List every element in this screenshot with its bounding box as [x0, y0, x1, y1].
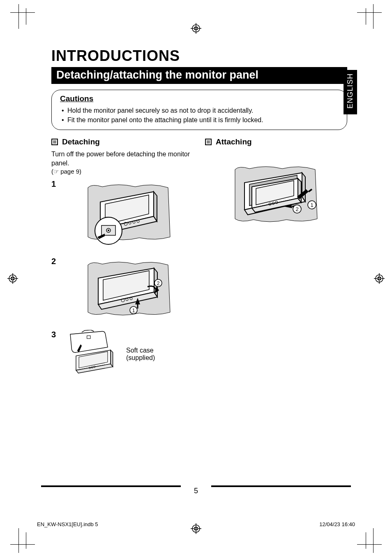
registration-mark-icon — [374, 273, 385, 284]
crop-mark-icon — [357, 4, 382, 29]
detaching-heading: Detaching — [62, 137, 100, 146]
svg-rect-51 — [87, 336, 90, 339]
detaching-intro: Turn off the power before detaching the … — [51, 150, 194, 167]
svg-text:2: 2 — [295, 206, 298, 212]
registration-mark-icon — [191, 23, 201, 34]
caution-item: Hold the monitor panel securely so as no… — [62, 106, 339, 115]
footer-rule — [211, 485, 351, 487]
page-number: 5 — [194, 487, 198, 495]
svg-marker-26 — [154, 192, 157, 221]
svg-text:1: 1 — [310, 202, 313, 208]
svg-marker-62 — [302, 173, 305, 202]
detaching-figure-3: Soft case (supplied) — [65, 330, 171, 379]
footer-file: EN_KW-NSX1[EU].indb 5 — [37, 521, 98, 527]
svg-point-35 — [108, 230, 109, 231]
crop-mark-icon — [357, 528, 382, 553]
step-number: 1 — [51, 179, 59, 249]
footer-timestamp: 12/04/23 16:40 — [319, 521, 355, 527]
page-reference: (☞ page 9) — [51, 168, 194, 175]
crop-mark-icon — [10, 528, 35, 553]
svg-marker-54 — [111, 350, 113, 367]
footer-rule — [41, 485, 181, 487]
attaching-heading: Attaching — [216, 137, 252, 146]
svg-text:1: 1 — [132, 308, 135, 313]
soft-case-label: Soft case (supplied) — [126, 347, 171, 362]
detaching-figure-1 — [86, 179, 172, 249]
detaching-column: Detaching Turn off the power before deta… — [51, 137, 194, 378]
crop-mark-icon — [10, 4, 35, 29]
detaching-figure-2: 1 2 — [86, 257, 172, 323]
square-bullet-icon — [205, 139, 212, 145]
attaching-figure: 1 2 — [233, 161, 319, 231]
attaching-column: Attaching — [205, 137, 347, 378]
svg-text:2: 2 — [157, 281, 160, 286]
section-subtitle: Detaching/attaching the monitor panel — [51, 67, 347, 84]
registration-mark-icon — [7, 273, 18, 284]
caution-item: Fit the monitor panel onto the attaching… — [62, 115, 339, 125]
square-bullet-icon — [51, 139, 58, 145]
cautions-heading: Cautions — [60, 94, 339, 103]
step-number: 2 — [51, 257, 59, 323]
cautions-box: Cautions Hold the monitor panel securely… — [51, 90, 347, 130]
step-number: 3 — [51, 330, 59, 379]
page-title: INTRODUCTIONS — [51, 47, 347, 65]
